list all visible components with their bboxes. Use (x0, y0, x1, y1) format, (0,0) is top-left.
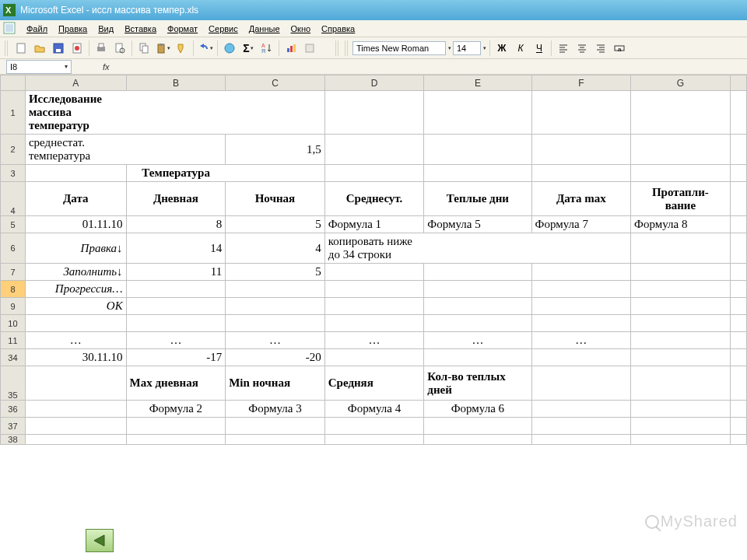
cell[interactable]: -17 (126, 349, 226, 366)
cell[interactable]: Средняя (324, 366, 424, 401)
cell[interactable]: Кол-во теплых дней (424, 366, 531, 401)
merge-center-button[interactable]: a (611, 40, 628, 57)
cell[interactable]: Формула 5 (424, 216, 531, 233)
row-header[interactable]: 38 (1, 435, 26, 445)
cell[interactable] (531, 418, 631, 435)
cell[interactable]: Min ночная (226, 366, 325, 401)
autosum-button[interactable]: Σ▾ (240, 40, 257, 57)
cell[interactable]: Исследование массива температур (25, 91, 126, 135)
cell[interactable]: … (126, 332, 226, 349)
cell[interactable] (531, 298, 631, 315)
cell[interactable] (631, 349, 731, 366)
cell[interactable] (631, 165, 731, 182)
cell[interactable]: Правка↓ (25, 233, 126, 264)
cell[interactable] (324, 165, 424, 182)
cell[interactable]: Протапли- вание (631, 182, 731, 216)
open-button[interactable] (31, 40, 48, 57)
cell[interactable]: Дата (25, 182, 126, 216)
cell[interactable] (126, 91, 226, 135)
cell[interactable] (730, 315, 746, 332)
cell[interactable] (631, 135, 731, 165)
underline-button[interactable]: Ч (531, 40, 548, 57)
cell[interactable] (324, 435, 424, 445)
cell[interactable] (25, 366, 126, 401)
cell[interactable] (631, 332, 731, 349)
align-center-button[interactable] (573, 40, 591, 57)
cell[interactable] (424, 233, 531, 264)
cell[interactable] (631, 366, 731, 401)
cell[interactable] (531, 264, 631, 281)
menu-insert[interactable]: Вставка (120, 23, 161, 35)
cell[interactable] (631, 315, 731, 332)
cell[interactable]: Дневная (126, 182, 226, 216)
cell[interactable]: Формула 7 (531, 216, 631, 233)
cell[interactable] (324, 281, 424, 298)
cell[interactable] (226, 91, 325, 135)
cell[interactable] (730, 435, 746, 445)
cell[interactable] (25, 165, 126, 182)
cell[interactable] (424, 418, 531, 435)
row-header[interactable]: 3 (1, 165, 26, 182)
cell[interactable] (424, 349, 531, 366)
cell[interactable] (730, 216, 746, 233)
row-header[interactable]: 1 (1, 91, 26, 135)
cell[interactable] (730, 165, 746, 182)
cell[interactable] (424, 165, 531, 182)
font-name-select[interactable]: Times New Roman (352, 41, 446, 55)
cell[interactable] (531, 366, 631, 401)
hyperlink-button[interactable] (221, 40, 238, 57)
col-header-F[interactable]: F (531, 75, 631, 91)
cell[interactable] (25, 435, 126, 445)
cell[interactable] (730, 91, 746, 135)
cell[interactable] (25, 315, 126, 332)
cell[interactable]: 5 (226, 216, 325, 233)
cell[interactable]: … (25, 332, 126, 349)
cell[interactable]: Формула 8 (631, 216, 731, 233)
cell[interactable] (531, 435, 631, 445)
col-header-A[interactable]: A (25, 75, 126, 91)
cell[interactable]: Прогрессия… (25, 281, 126, 298)
fx-label[interactable]: fx (103, 62, 110, 72)
cell[interactable] (531, 401, 631, 418)
cell[interactable]: 4 (226, 233, 325, 264)
row-header[interactable]: 7 (1, 264, 26, 281)
col-header-edge[interactable] (730, 75, 746, 91)
cell[interactable]: Формула 4 (324, 401, 424, 418)
cell[interactable] (126, 281, 226, 298)
cell[interactable] (730, 401, 746, 418)
cell[interactable] (631, 418, 731, 435)
align-right-button[interactable] (592, 40, 609, 57)
cell[interactable]: Формула 6 (424, 401, 531, 418)
menu-data[interactable]: Данные (244, 23, 285, 35)
row-header[interactable]: 9 (1, 298, 26, 315)
cell[interactable]: Заполнить↓ (25, 264, 126, 281)
cell[interactable]: 1,5 (226, 135, 325, 165)
cell[interactable] (226, 298, 325, 315)
cell[interactable] (730, 135, 746, 165)
cell[interactable] (730, 298, 746, 315)
cell[interactable]: ОК (25, 298, 126, 315)
cell[interactable] (531, 165, 631, 182)
cell[interactable] (631, 233, 731, 264)
menu-file[interactable]: Файл (22, 23, 52, 35)
copy-button[interactable] (135, 40, 153, 57)
cell[interactable]: Формула 1 (324, 216, 424, 233)
cell[interactable] (531, 315, 631, 332)
paste-button[interactable]: ▾ (154, 40, 171, 57)
cell[interactable] (631, 281, 731, 298)
cell[interactable] (424, 264, 531, 281)
cell[interactable]: 8 (126, 216, 226, 233)
cell[interactable] (424, 315, 531, 332)
cell[interactable]: … (226, 332, 325, 349)
cell[interactable]: Дата max (531, 182, 631, 216)
cell[interactable] (126, 135, 226, 165)
cell[interactable] (126, 315, 226, 332)
row-header[interactable]: 6 (1, 233, 26, 264)
menu-service[interactable]: Сервис (204, 23, 243, 35)
cell[interactable] (324, 418, 424, 435)
cell[interactable] (730, 349, 746, 366)
toolbar-grip-3[interactable] (345, 40, 349, 56)
cell[interactable] (730, 332, 746, 349)
col-header-B[interactable]: B (126, 75, 226, 91)
cell[interactable] (126, 418, 226, 435)
